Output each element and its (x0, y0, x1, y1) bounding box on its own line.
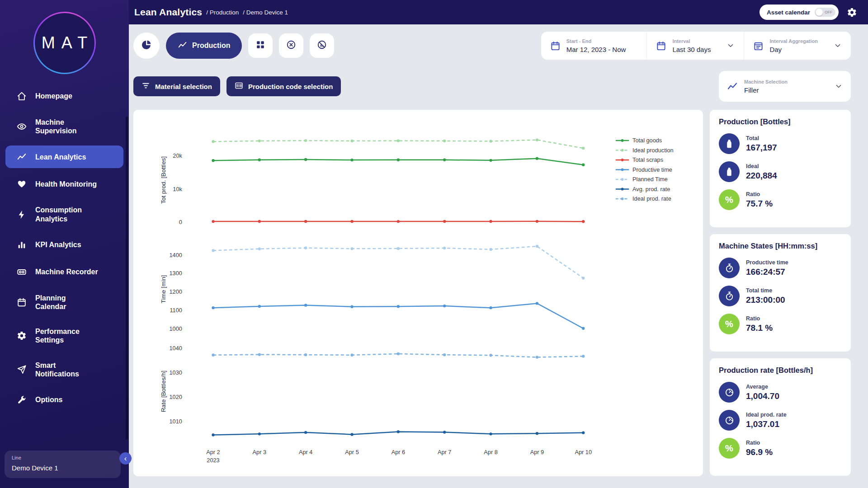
aggregation-label: Interval Aggregation (769, 38, 818, 44)
breadcrumb-device[interactable]: / Demo Device 1 (243, 9, 288, 16)
filter-row: Material selection Production code selec… (133, 71, 851, 102)
settings-gear-icon[interactable] (847, 7, 857, 18)
sidebar-item-label: Consumption Analytics (35, 206, 82, 223)
sidebar-item-smart-notifications[interactable]: Smart Notifications (5, 355, 123, 384)
sidebar-item-health-monitoring[interactable]: Health Monitoring (5, 173, 123, 195)
metric-row-ideal-rate: Ideal prod. rate 1,037.01 (719, 410, 842, 431)
logo-text: MAT (35, 13, 94, 73)
metric-label: Average (746, 384, 779, 390)
scraps-view-button[interactable] (279, 33, 303, 58)
metric-label: Productive time (746, 259, 788, 266)
percent-icon: % (719, 189, 740, 210)
sidebar-item-label: Options (35, 395, 62, 404)
sidebar-nav: Homepage Machine Supervision Lean Analyt… (0, 80, 129, 488)
filter-icon (142, 81, 150, 91)
machine-selection-label: Machine Selection (744, 79, 818, 84)
line-chart-icon (16, 151, 27, 162)
sidebar-item-label: Lean Analytics (35, 153, 86, 161)
breadcrumb-production[interactable]: / Production (206, 9, 239, 16)
no-data-icon (317, 40, 327, 52)
svg-text:Planned Time: Planned Time (632, 176, 668, 183)
svg-text:Ideal production: Ideal production (632, 147, 674, 154)
bottle-icon (719, 161, 740, 182)
metric-value: 96.9 % (746, 447, 773, 457)
material-selection-label: Material selection (155, 83, 212, 90)
asset-calendar-toggle-pill[interactable]: Asset calendar OFF (760, 5, 839, 20)
sidebar-item-lean-analytics[interactable]: Lean Analytics (5, 145, 123, 168)
machine-selection-value: Filler (744, 86, 818, 94)
sidebar: MAT Homepage Machine Supervision Lean An… (0, 0, 129, 488)
metric-value: 78.1 % (746, 323, 773, 333)
pie-view-button[interactable] (133, 33, 160, 59)
svg-text:Apr 10: Apr 10 (575, 449, 592, 455)
metric-value: 167,197 (746, 143, 777, 153)
metric-label: Ratio (746, 191, 773, 197)
content: Production Start - End Mar 12, 2023 - No… (129, 24, 868, 488)
page-title: Lean Analytics (134, 7, 202, 18)
svg-text:Apr 6: Apr 6 (392, 449, 405, 455)
sidebar-item-homepage[interactable]: Homepage (5, 85, 123, 108)
line-chart-icon (727, 81, 738, 92)
metric-value: 1,037.01 (746, 419, 787, 429)
svg-text:Apr 8: Apr 8 (484, 449, 497, 455)
percent-icon: % (719, 314, 740, 334)
production-tab-button[interactable]: Production (166, 33, 242, 59)
sidebar-item-machine-supervision[interactable]: Machine Supervision (5, 112, 123, 141)
charts-row: 010k20kTot prod. [Bottles]10001100120013… (133, 110, 851, 476)
sidebar-item-label: Smart Notifications (35, 361, 79, 378)
sidebar-collapse-button[interactable]: ‹ (119, 452, 132, 465)
sidebar-item-label: Performance Settings (35, 327, 80, 344)
line-chart-icon (178, 40, 187, 52)
sidebar-item-planning-calendar[interactable]: Planning Calendar (5, 288, 123, 317)
stopwatch-icon (719, 258, 740, 278)
production-code-selection-label: Production code selection (248, 83, 333, 90)
svg-text:Total scraps: Total scraps (632, 156, 663, 163)
metric-row-total: Total 167,197 (719, 133, 842, 154)
svg-text:1400: 1400 (170, 252, 182, 258)
percent-icon: % (719, 438, 740, 459)
production-code-selection-button[interactable]: Production code selection (226, 76, 341, 96)
sidebar-item-options[interactable]: Options (5, 389, 123, 411)
sidebar-item-label: Planning Calendar (35, 294, 66, 311)
sidebar-item-performance-settings[interactable]: Performance Settings (5, 321, 123, 350)
gauge-icon (719, 410, 740, 431)
start-end-picker[interactable]: Start - End Mar 12, 2023 - Now (541, 32, 647, 60)
calendar-icon (16, 297, 27, 308)
chevron-down-icon (834, 42, 842, 50)
aggregation-picker[interactable]: Interval Aggregation Day (744, 32, 851, 60)
interval-label: Interval (672, 38, 711, 44)
svg-text:Total goods: Total goods (632, 137, 662, 144)
grid-view-button[interactable] (248, 33, 273, 58)
machine-selection-dropdown[interactable]: Machine Selection Filler (719, 71, 851, 102)
sidebar-item-kpi-analytics[interactable]: KPI Analytics (5, 234, 123, 256)
downtime-view-button[interactable] (310, 33, 334, 58)
metric-row-total-time: Total time 213:00:00 (719, 286, 842, 306)
metric-label: Ratio (746, 315, 773, 322)
sidebar-item-machine-recorder[interactable]: Machine Recorder (5, 261, 123, 283)
metric-label: Total (746, 135, 777, 141)
material-selection-button[interactable]: Material selection (133, 76, 220, 96)
stopwatch-icon (719, 286, 740, 306)
svg-text:20k: 20k (173, 152, 182, 159)
svg-text:Apr 4: Apr 4 (299, 449, 312, 455)
sidebar-scrollbar[interactable] (126, 117, 128, 440)
metric-value: 1,004.70 (746, 391, 779, 401)
svg-text:0: 0 (179, 219, 182, 225)
home-icon (16, 91, 27, 102)
svg-text:10k: 10k (173, 186, 182, 192)
sidebar-item-consumption-analytics[interactable]: Consumption Analytics (5, 200, 123, 229)
asset-calendar-switch[interactable]: OFF (815, 8, 835, 17)
svg-text:1020: 1020 (170, 394, 182, 400)
heart-icon (16, 178, 27, 189)
interval-picker[interactable]: Interval Last 30 days (646, 32, 744, 60)
asset-calendar-label: Asset calendar (767, 9, 810, 16)
line-selector-card[interactable]: Line Demo Device 1 (5, 450, 121, 478)
kpi-cards-column: Production [Bottles] Total 167,197 Ideal… (710, 110, 851, 476)
svg-text:2023: 2023 (207, 457, 219, 464)
svg-text:1300: 1300 (170, 270, 182, 277)
start-end-label: Start - End (566, 38, 626, 44)
line-value: Demo Device 1 (12, 464, 113, 472)
metric-label: Total time (746, 287, 785, 294)
svg-text:Apr 9: Apr 9 (530, 449, 544, 455)
sidebar-item-label: KPI Analytics (35, 240, 81, 249)
